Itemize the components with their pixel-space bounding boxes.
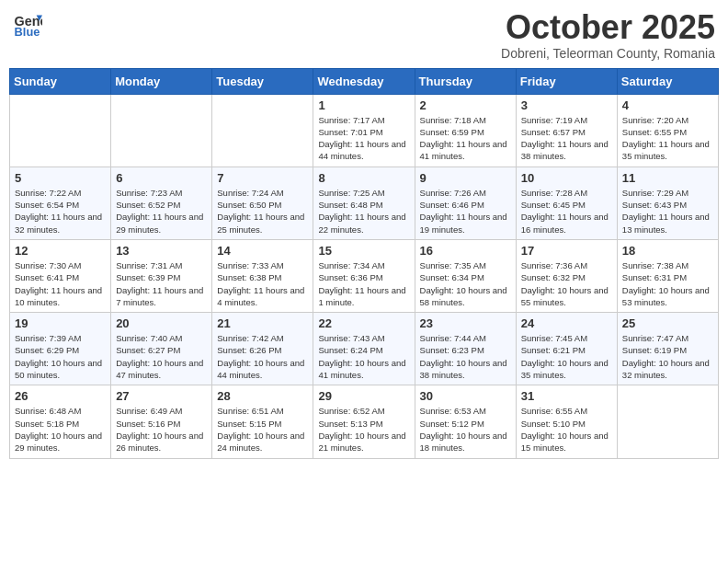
week-row-4: 19Sunrise: 7:39 AM Sunset: 6:29 PM Dayli… — [10, 313, 719, 385]
day-number: 16 — [420, 244, 511, 258]
title-block: October 2025 Dobreni, Teleorman County, … — [501, 9, 715, 61]
day-info: Sunrise: 7:28 AM Sunset: 6:45 PM Dayligh… — [521, 187, 612, 236]
day-cell: 9Sunrise: 7:26 AM Sunset: 6:46 PM Daylig… — [415, 167, 516, 239]
day-cell: 14Sunrise: 7:33 AM Sunset: 6:38 PM Dayli… — [212, 239, 313, 312]
day-cell: 3Sunrise: 7:19 AM Sunset: 6:57 PM Daylig… — [516, 94, 617, 167]
day-info: Sunrise: 7:43 AM Sunset: 6:24 PM Dayligh… — [318, 332, 409, 381]
day-number: 24 — [521, 316, 612, 330]
day-info: Sunrise: 6:49 AM Sunset: 5:16 PM Dayligh… — [116, 405, 207, 454]
day-number: 6 — [116, 171, 207, 185]
day-cell: 2Sunrise: 7:18 AM Sunset: 6:59 PM Daylig… — [415, 94, 516, 167]
day-cell: 17Sunrise: 7:36 AM Sunset: 6:32 PM Dayli… — [516, 239, 617, 312]
svg-text:Blue: Blue — [15, 25, 40, 39]
day-cell: 13Sunrise: 7:31 AM Sunset: 6:39 PM Dayli… — [111, 239, 212, 312]
day-cell: 5Sunrise: 7:22 AM Sunset: 6:54 PM Daylig… — [10, 167, 111, 239]
day-number: 20 — [116, 316, 207, 330]
day-number: 13 — [116, 244, 207, 258]
day-cell: 25Sunrise: 7:47 AM Sunset: 6:19 PM Dayli… — [617, 313, 718, 385]
logo: General Blue — [13, 9, 42, 39]
day-cell: 7Sunrise: 7:24 AM Sunset: 6:50 PM Daylig… — [212, 167, 313, 239]
day-number: 1 — [318, 98, 409, 112]
day-number: 29 — [318, 389, 409, 403]
week-row-3: 12Sunrise: 7:30 AM Sunset: 6:41 PM Dayli… — [10, 239, 719, 312]
day-info: Sunrise: 7:35 AM Sunset: 6:34 PM Dayligh… — [420, 259, 511, 308]
day-cell — [10, 94, 111, 167]
day-info: Sunrise: 6:52 AM Sunset: 5:13 PM Dayligh… — [318, 405, 409, 454]
day-number: 7 — [217, 171, 308, 185]
day-info: Sunrise: 7:24 AM Sunset: 6:50 PM Dayligh… — [217, 187, 308, 236]
day-info: Sunrise: 7:45 AM Sunset: 6:21 PM Dayligh… — [521, 332, 612, 381]
day-cell: 23Sunrise: 7:44 AM Sunset: 6:23 PM Dayli… — [415, 313, 516, 385]
day-info: Sunrise: 7:18 AM Sunset: 6:59 PM Dayligh… — [420, 114, 511, 163]
day-cell: 8Sunrise: 7:25 AM Sunset: 6:48 PM Daylig… — [313, 167, 415, 239]
day-info: Sunrise: 7:39 AM Sunset: 6:29 PM Dayligh… — [15, 332, 106, 381]
day-cell: 10Sunrise: 7:28 AM Sunset: 6:45 PM Dayli… — [516, 167, 617, 239]
day-number: 4 — [622, 98, 713, 112]
day-info: Sunrise: 7:44 AM Sunset: 6:23 PM Dayligh… — [420, 332, 511, 381]
day-number: 22 — [318, 316, 409, 330]
day-cell: 22Sunrise: 7:43 AM Sunset: 6:24 PM Dayli… — [313, 313, 415, 385]
weekday-header-tuesday: Tuesday — [212, 68, 313, 94]
day-cell: 21Sunrise: 7:42 AM Sunset: 6:26 PM Dayli… — [212, 313, 313, 385]
day-cell: 20Sunrise: 7:40 AM Sunset: 6:27 PM Dayli… — [111, 313, 212, 385]
day-cell: 4Sunrise: 7:20 AM Sunset: 6:55 PM Daylig… — [617, 94, 718, 167]
day-info: Sunrise: 7:40 AM Sunset: 6:27 PM Dayligh… — [116, 332, 207, 381]
day-number: 25 — [622, 316, 713, 330]
day-number: 15 — [318, 244, 409, 258]
day-cell: 16Sunrise: 7:35 AM Sunset: 6:34 PM Dayli… — [415, 239, 516, 312]
day-number: 31 — [521, 389, 612, 403]
weekday-header-monday: Monday — [111, 68, 212, 94]
day-cell: 28Sunrise: 6:51 AM Sunset: 5:15 PM Dayli… — [212, 385, 313, 458]
day-number: 9 — [420, 171, 511, 185]
weekday-header-saturday: Saturday — [617, 68, 718, 94]
day-cell: 30Sunrise: 6:53 AM Sunset: 5:12 PM Dayli… — [415, 385, 516, 458]
day-cell: 15Sunrise: 7:34 AM Sunset: 6:36 PM Dayli… — [313, 239, 415, 312]
week-row-1: 1Sunrise: 7:17 AM Sunset: 7:01 PM Daylig… — [10, 94, 719, 167]
day-number: 30 — [420, 389, 511, 403]
day-number: 12 — [15, 244, 106, 258]
day-number: 5 — [15, 171, 106, 185]
day-number: 27 — [116, 389, 207, 403]
day-info: Sunrise: 7:36 AM Sunset: 6:32 PM Dayligh… — [521, 259, 612, 308]
day-number: 21 — [217, 316, 308, 330]
day-info: Sunrise: 7:34 AM Sunset: 6:36 PM Dayligh… — [318, 259, 409, 308]
day-cell: 18Sunrise: 7:38 AM Sunset: 6:31 PM Dayli… — [617, 239, 718, 312]
day-cell — [111, 94, 212, 167]
day-info: Sunrise: 6:53 AM Sunset: 5:12 PM Dayligh… — [420, 405, 511, 454]
day-info: Sunrise: 6:55 AM Sunset: 5:10 PM Dayligh… — [521, 405, 612, 454]
day-cell: 29Sunrise: 6:52 AM Sunset: 5:13 PM Dayli… — [313, 385, 415, 458]
day-info: Sunrise: 6:51 AM Sunset: 5:15 PM Dayligh… — [217, 405, 308, 454]
day-number: 14 — [217, 244, 308, 258]
day-info: Sunrise: 7:30 AM Sunset: 6:41 PM Dayligh… — [15, 259, 106, 308]
day-number: 19 — [15, 316, 106, 330]
weekday-header-row: SundayMondayTuesdayWednesdayThursdayFrid… — [10, 68, 719, 94]
day-info: Sunrise: 7:25 AM Sunset: 6:48 PM Dayligh… — [318, 187, 409, 236]
week-row-2: 5Sunrise: 7:22 AM Sunset: 6:54 PM Daylig… — [10, 167, 719, 239]
day-number: 3 — [521, 98, 612, 112]
day-info: Sunrise: 7:33 AM Sunset: 6:38 PM Dayligh… — [217, 259, 308, 308]
calendar-table: SundayMondayTuesdayWednesdayThursdayFrid… — [9, 68, 719, 459]
day-number: 11 — [622, 171, 713, 185]
logo-icon: General Blue — [13, 9, 42, 39]
weekday-header-wednesday: Wednesday — [313, 68, 415, 94]
day-cell: 27Sunrise: 6:49 AM Sunset: 5:16 PM Dayli… — [111, 385, 212, 458]
day-info: Sunrise: 7:47 AM Sunset: 6:19 PM Dayligh… — [622, 332, 713, 381]
day-info: Sunrise: 7:23 AM Sunset: 6:52 PM Dayligh… — [116, 187, 207, 236]
month-title: October 2025 — [501, 9, 715, 46]
day-number: 8 — [318, 171, 409, 185]
day-cell: 24Sunrise: 7:45 AM Sunset: 6:21 PM Dayli… — [516, 313, 617, 385]
day-number: 17 — [521, 244, 612, 258]
day-info: Sunrise: 7:20 AM Sunset: 6:55 PM Dayligh… — [622, 114, 713, 163]
day-cell: 19Sunrise: 7:39 AM Sunset: 6:29 PM Dayli… — [10, 313, 111, 385]
day-cell: 31Sunrise: 6:55 AM Sunset: 5:10 PM Dayli… — [516, 385, 617, 458]
day-info: Sunrise: 7:26 AM Sunset: 6:46 PM Dayligh… — [420, 187, 511, 236]
day-cell — [212, 94, 313, 167]
day-number: 26 — [15, 389, 106, 403]
location-subtitle: Dobreni, Teleorman County, Romania — [501, 46, 715, 61]
day-cell: 1Sunrise: 7:17 AM Sunset: 7:01 PM Daylig… — [313, 94, 415, 167]
day-info: Sunrise: 7:38 AM Sunset: 6:31 PM Dayligh… — [622, 259, 713, 308]
day-info: Sunrise: 6:48 AM Sunset: 5:18 PM Dayligh… — [15, 405, 106, 454]
day-number: 18 — [622, 244, 713, 258]
day-info: Sunrise: 7:42 AM Sunset: 6:26 PM Dayligh… — [217, 332, 308, 381]
day-info: Sunrise: 7:22 AM Sunset: 6:54 PM Dayligh… — [15, 187, 106, 236]
